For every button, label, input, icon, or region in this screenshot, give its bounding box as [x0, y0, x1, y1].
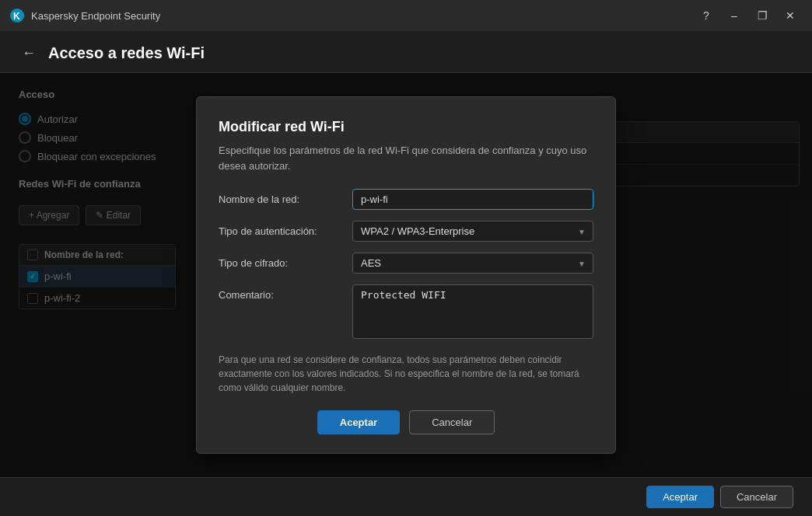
help-button[interactable]: ? [694, 5, 719, 26]
auth-type-control: WPA2 / WPA3-Enterprise Open WPA WPA2 [352, 221, 593, 242]
modal-buttons: Aceptar Cancelar [219, 410, 593, 434]
comment-control: Protected WIFI [352, 284, 593, 342]
cipher-type-label: Tipo de cifrado: [219, 253, 343, 269]
auth-type-label: Tipo de autenticación: [219, 221, 343, 237]
form-row-cipher-type: Tipo de cifrado: AES Any TKIP [219, 253, 593, 274]
modal-description: Especifique los parámetros de la red Wi-… [219, 143, 593, 173]
app-title: Kaspersky Endpoint Security [31, 10, 160, 22]
bottom-bar: Aceptar Cancelar [0, 477, 812, 516]
modal-title: Modificar red Wi-Fi [219, 119, 593, 135]
titlebar-left: K Kaspersky Endpoint Security [9, 8, 160, 23]
footer-cancel-button[interactable]: Cancelar [720, 486, 793, 508]
comment-textarea[interactable]: Protected WIFI [352, 284, 593, 339]
modal-note: Para que una red se considere de confian… [219, 353, 593, 395]
form-row-network-name: Nombre de la red: [219, 189, 593, 210]
form-row-auth-type: Tipo de autenticación: WPA2 / WPA3-Enter… [219, 221, 593, 242]
close-button[interactable]: ✕ [778, 5, 803, 26]
app-logo: K [9, 8, 25, 23]
svg-text:K: K [13, 11, 20, 22]
modal-overlay: Modificar red Wi-Fi Especifique los pará… [0, 73, 812, 477]
titlebar-controls: ? – ❐ ✕ [694, 5, 803, 26]
back-button[interactable]: ← [19, 44, 39, 63]
cipher-type-select[interactable]: AES Any TKIP [352, 253, 593, 274]
network-name-label: Nombre de la red: [219, 189, 343, 205]
form-row-comment: Comentario: Protected WIFI [219, 284, 593, 342]
modal-dialog: Modificar red Wi-Fi Especifique los pará… [196, 96, 616, 454]
titlebar: K Kaspersky Endpoint Security ? – ❐ ✕ [0, 0, 812, 31]
comment-label: Comentario: [219, 284, 343, 301]
body-area: Acceso Autorizar Bloquear Bloquear con e… [0, 73, 812, 477]
main-content: ← Acceso a redes Wi-Fi Acceso Autorizar … [0, 31, 812, 516]
page-header: ← Acceso a redes Wi-Fi [0, 31, 812, 73]
modal-accept-button[interactable]: Aceptar [317, 410, 400, 434]
network-name-input[interactable] [352, 189, 593, 210]
page-title: Acceso a redes Wi-Fi [48, 44, 205, 62]
network-name-control [352, 189, 593, 210]
modal-cancel-button[interactable]: Cancelar [409, 410, 495, 434]
cipher-type-control: AES Any TKIP [352, 253, 593, 274]
minimize-button[interactable]: – [722, 5, 747, 26]
auth-type-select[interactable]: WPA2 / WPA3-Enterprise Open WPA WPA2 [352, 221, 593, 242]
footer-accept-button[interactable]: Aceptar [646, 486, 714, 508]
maximize-button[interactable]: ❐ [750, 5, 775, 26]
